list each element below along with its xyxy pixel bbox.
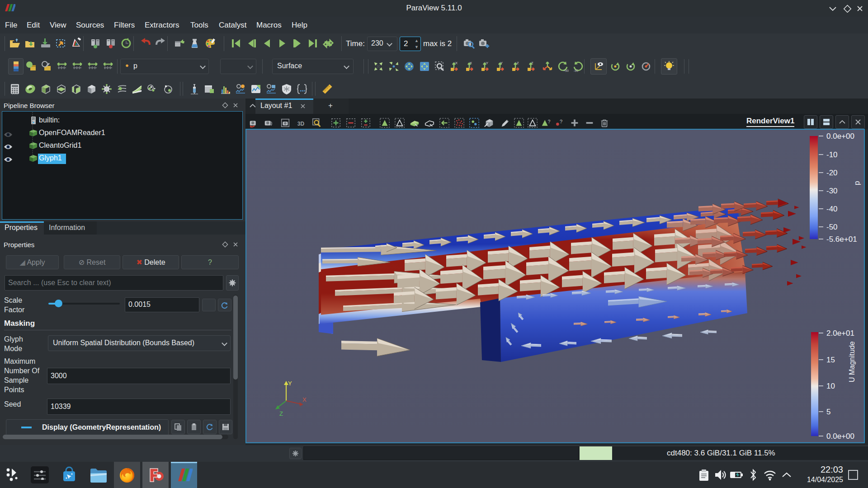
svg-text:10: 10 (826, 382, 835, 390)
svg-text:?: ? (548, 119, 551, 124)
svg-text:-20: -20 (826, 169, 838, 177)
svg-text:2.0e+01: 2.0e+01 (826, 329, 854, 338)
svg-text:Z: Z (279, 410, 283, 417)
svg-text:5: 5 (826, 408, 830, 416)
svg-text:-30: -30 (826, 187, 838, 195)
svg-text:0.0e+00: 0.0e+00 (826, 432, 854, 441)
svg-text:3D: 3D (297, 121, 305, 127)
svg-text:p: p (853, 181, 861, 185)
svg-text:-40: -40 (826, 205, 838, 213)
svg-text:15: 15 (826, 356, 835, 364)
svg-text:Y: Y (288, 380, 292, 387)
svg-text:0.0e+00: 0.0e+00 (826, 132, 854, 141)
svg-text:U Magnitude: U Magnitude (848, 341, 856, 382)
svg-text:-90: -90 (574, 69, 578, 72)
svg-text:-10: -10 (826, 150, 838, 159)
svg-text:-50: -50 (826, 223, 838, 231)
svg-text:?: ? (560, 119, 562, 124)
svg-text:-5.6e+01: -5.6e+01 (826, 235, 857, 244)
svg-text:X: X (302, 396, 307, 403)
svg-text:+90: +90 (563, 69, 569, 72)
